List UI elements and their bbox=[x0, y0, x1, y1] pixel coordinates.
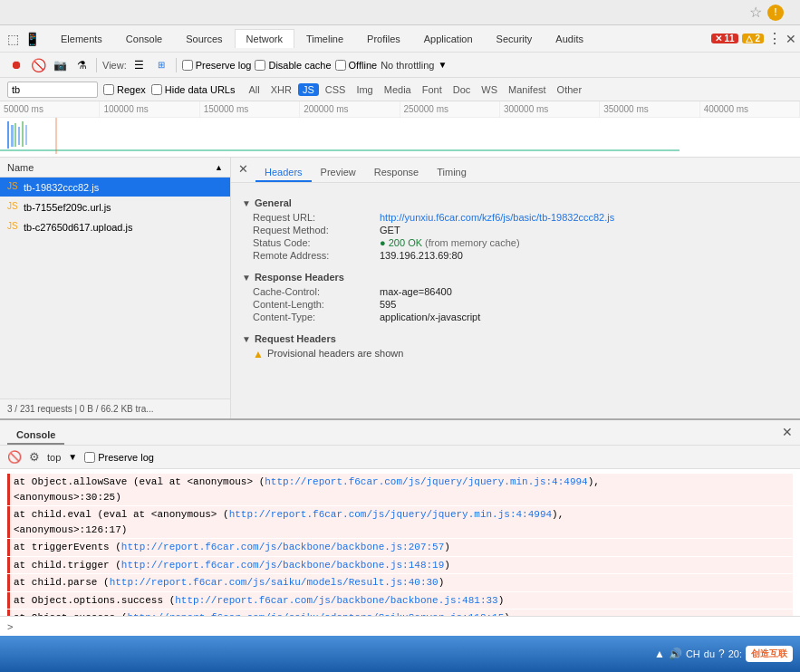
filter-tag-js[interactable]: JS bbox=[298, 83, 319, 96]
filter-tag-all[interactable]: All bbox=[244, 83, 264, 96]
filter-tag-media[interactable]: Media bbox=[380, 83, 416, 96]
tab-timeline[interactable]: Timeline bbox=[294, 29, 355, 48]
offline-checkbox[interactable]: Offline bbox=[335, 60, 378, 71]
console-tab-console[interactable]: Console bbox=[7, 427, 64, 445]
filter-toggle-button[interactable]: ⚗ bbox=[72, 56, 91, 74]
console-link-4[interactable]: http://report.f6car.com/js/saiku/models/… bbox=[110, 577, 439, 588]
general-section-header[interactable]: ▼ General bbox=[242, 197, 789, 208]
console-input-row: > bbox=[0, 616, 800, 636]
js-file-icon-2: JS bbox=[7, 221, 20, 234]
console-link-0[interactable]: http://report.f6car.com/js/jquery/jquery… bbox=[265, 476, 587, 487]
file-item-0[interactable]: JS tb-19832ccc82.js bbox=[0, 178, 230, 197]
warn-triangle-icon: ▲ bbox=[253, 348, 264, 360]
disable-cache-input[interactable] bbox=[255, 60, 265, 71]
more-options-icon[interactable]: ⋮ bbox=[767, 30, 782, 47]
tab-audits[interactable]: Audits bbox=[544, 29, 595, 48]
sort-icon: ▲ bbox=[215, 163, 223, 172]
offline-input[interactable] bbox=[335, 60, 346, 71]
filter-tag-css[interactable]: CSS bbox=[321, 83, 351, 96]
taskbar-help-icon[interactable]: ? bbox=[718, 648, 725, 660]
tab-profiles[interactable]: Profiles bbox=[355, 29, 412, 48]
tab-security[interactable]: Security bbox=[485, 29, 545, 48]
star-icon[interactable]: ☆ bbox=[749, 4, 762, 21]
tab-network[interactable]: Network bbox=[235, 29, 294, 48]
response-headers-triangle-icon: ▼ bbox=[242, 273, 251, 283]
hide-data-urls-input[interactable] bbox=[151, 84, 162, 95]
tab-sources[interactable]: Sources bbox=[174, 29, 234, 48]
console-link-2[interactable]: http://report.f6car.com/js/backbone/back… bbox=[121, 542, 444, 552]
taskbar-up-icon[interactable]: ▲ bbox=[654, 648, 665, 660]
regex-checkbox[interactable]: Regex bbox=[103, 84, 146, 95]
tab-application[interactable]: Application bbox=[412, 29, 485, 48]
console-error-4: at child.parse (http://report.f6car.com/… bbox=[7, 574, 793, 591]
console-link-5[interactable]: http://report.f6car.com/js/backbone/back… bbox=[175, 595, 497, 606]
general-triangle-icon: ▼ bbox=[242, 198, 251, 208]
console-clear-icon[interactable]: 🚫 bbox=[7, 450, 22, 464]
preserve-log-checkbox[interactable]: Preserve log bbox=[182, 60, 252, 71]
file-item-1[interactable]: JS tb-7155ef209c.url.js bbox=[0, 197, 230, 217]
detail-tab-timing[interactable]: Timing bbox=[428, 164, 476, 182]
list-view-button[interactable]: ☰ bbox=[130, 56, 149, 74]
camera-button[interactable]: 📷 bbox=[51, 56, 69, 74]
throttle-dropdown-icon[interactable]: ▼ bbox=[438, 60, 447, 70]
status-code-key: Status Code: bbox=[253, 237, 380, 248]
detail-close-btn[interactable]: ✕ bbox=[238, 158, 248, 182]
close-devtools-icon[interactable]: ✕ bbox=[786, 32, 796, 46]
regex-input[interactable] bbox=[103, 84, 114, 95]
detail-tab-preview[interactable]: Preview bbox=[312, 164, 365, 182]
close-console-icon[interactable]: ✕ bbox=[782, 419, 800, 445]
detail-tab-response[interactable]: Response bbox=[365, 164, 429, 182]
hide-data-urls-checkbox[interactable]: Hide data URLs bbox=[151, 84, 236, 95]
record-button[interactable]: ⏺ bbox=[7, 56, 25, 74]
console-tab-bar: Console ✕ bbox=[0, 420, 800, 446]
no-throttling-select[interactable]: No throttling bbox=[381, 60, 434, 71]
ruler-label-3: 150000 ms bbox=[200, 101, 300, 117]
console-input[interactable] bbox=[16, 621, 793, 632]
request-headers-section-header[interactable]: ▼ Request Headers bbox=[242, 333, 789, 344]
detail-tab-bar: ✕ Headers Preview Response Timing bbox=[231, 158, 800, 183]
filter-input[interactable] bbox=[7, 82, 98, 98]
content-length-value: 595 bbox=[380, 299, 789, 310]
taskbar-speaker-icon[interactable]: 🔊 bbox=[669, 648, 682, 660]
svg-rect-5 bbox=[22, 121, 24, 147]
filter-tag-manifest[interactable]: Manifest bbox=[504, 83, 551, 96]
filter-tag-doc[interactable]: Doc bbox=[448, 83, 476, 96]
tab-console[interactable]: Console bbox=[114, 29, 174, 48]
tab-elements[interactable]: Elements bbox=[49, 29, 114, 48]
console-preserve-log-checkbox[interactable]: Preserve log bbox=[84, 452, 154, 463]
content-type-key: Content-Type: bbox=[253, 312, 380, 322]
taskbar-ch-text: CH bbox=[686, 648, 700, 659]
svg-rect-3 bbox=[14, 123, 16, 147]
file-list-header: Name ▲ bbox=[0, 158, 230, 178]
response-headers-section-header[interactable]: ▼ Response Headers bbox=[242, 272, 789, 283]
timeline-chart bbox=[0, 118, 800, 158]
filter-tag-ws[interactable]: WS bbox=[477, 83, 502, 96]
console-preserve-log-input[interactable] bbox=[84, 452, 95, 463]
console-link-1[interactable]: http://report.f6car.com/js/jquery/jquery… bbox=[229, 509, 552, 520]
detail-tab-headers[interactable]: Headers bbox=[255, 164, 312, 182]
offline-label: Offline bbox=[349, 60, 378, 71]
console-filter-icon[interactable]: ⚙ bbox=[29, 450, 40, 464]
large-view-button[interactable]: ⊞ bbox=[152, 56, 170, 74]
console-content: at Object.allowSave (eval at <anonymous>… bbox=[0, 469, 800, 616]
console-link-3[interactable]: http://report.f6car.com/js/backbone/back… bbox=[121, 560, 444, 571]
console-prompt: > bbox=[7, 621, 13, 632]
disable-cache-checkbox[interactable]: Disable cache bbox=[255, 60, 331, 71]
filter-tag-xhr[interactable]: XHR bbox=[266, 83, 296, 96]
preserve-log-input[interactable] bbox=[182, 60, 193, 71]
regex-label: Regex bbox=[117, 84, 146, 95]
file-item-name-2: tb-c27650d617.upload.js bbox=[24, 222, 132, 233]
inspect-icon[interactable]: ⬚ bbox=[7, 32, 19, 46]
console-context-dropdown-icon[interactable]: ▼ bbox=[68, 452, 77, 462]
filter-tag-font[interactable]: Font bbox=[418, 83, 447, 96]
device-icon[interactable]: 📱 bbox=[24, 32, 40, 46]
console-error-0: at Object.allowSave (eval at <anonymous>… bbox=[7, 474, 793, 505]
file-item-2[interactable]: JS tb-c27650d617.upload.js bbox=[0, 217, 230, 237]
browser-icons: ☆ ! bbox=[742, 4, 791, 21]
clear-button[interactable]: 🚫 bbox=[29, 56, 47, 74]
provisional-notice-row: ▲ Provisional headers are shown bbox=[253, 348, 789, 360]
filter-tag-other[interactable]: Other bbox=[553, 83, 587, 96]
taskbar-logo[interactable]: 创造互联 bbox=[746, 646, 793, 662]
console-error-3: at child.trigger (http://report.f6car.co… bbox=[7, 557, 793, 574]
filter-tag-img[interactable]: Img bbox=[352, 83, 377, 96]
